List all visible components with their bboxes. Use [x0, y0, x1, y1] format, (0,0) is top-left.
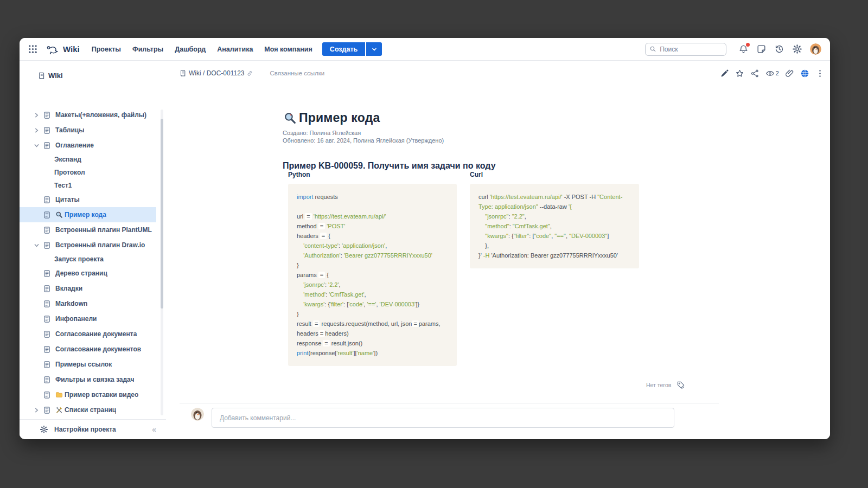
dinosaur-logo-icon	[45, 43, 60, 56]
link-icon[interactable]	[246, 70, 253, 77]
code-blocks: Pythonimport requests url = 'https://tes…	[288, 171, 639, 366]
document-icon	[43, 269, 51, 278]
sidebar-scrollbar[interactable]	[161, 110, 163, 415]
edit-pencil-icon[interactable]	[720, 69, 729, 78]
create-button[interactable]: Создать	[322, 42, 365, 56]
code-block-label: Python	[288, 171, 457, 178]
code-line: print(response['result']['name'])	[297, 348, 448, 358]
project-settings-gear-icon[interactable]	[40, 425, 48, 434]
comment-input-box[interactable]	[212, 408, 674, 428]
sidebar-item[interactable]: Протокол	[20, 166, 156, 179]
gear-icon[interactable]	[792, 44, 802, 54]
search-icon	[650, 46, 656, 53]
sidebar-item-label: Инфопанели	[55, 315, 97, 323]
app-grid-icon[interactable]	[28, 44, 37, 54]
sidebar-header: Wiki	[20, 61, 166, 80]
sidebar-item[interactable]: Таблицы	[20, 123, 156, 138]
sidebar-item[interactable]: Встроенный плагин Draw.io	[20, 237, 156, 253]
tag-icon[interactable]	[676, 381, 685, 389]
chevron-right-icon[interactable]	[34, 127, 43, 133]
document-icon	[43, 300, 51, 308]
favorite-star-icon[interactable]	[735, 69, 744, 78]
notifications-bell-icon[interactable]	[738, 44, 749, 54]
breadcrumb[interactable]: Wiki / DOC-001123	[179, 69, 253, 77]
sidebar-item[interactable]: Дерево страниц	[20, 266, 156, 281]
sidebar-item[interactable]: Запуск проекта	[20, 253, 156, 266]
nav-item[interactable]: Моя компания	[264, 46, 312, 53]
code-line: result = requests.request(method, url, j…	[297, 319, 448, 329]
create-dropdown-button[interactable]	[366, 42, 382, 56]
magnifier-icon	[55, 211, 63, 219]
sidebar-item[interactable]: Оглавление	[20, 138, 156, 153]
document-icon	[43, 126, 51, 134]
sidebar-item[interactable]: Цитаты	[20, 192, 156, 207]
notes-icon[interactable]	[756, 44, 767, 54]
user-avatar[interactable]	[810, 43, 821, 55]
kebab-menu-icon[interactable]	[815, 69, 825, 78]
chevron-down-icon[interactable]	[34, 143, 43, 148]
code-box: curl 'https://test.evateam.ru/api/' -X P…	[470, 184, 639, 268]
sidebar-item[interactable]: Списки страниц	[20, 402, 156, 418]
share-icon[interactable]	[750, 69, 760, 78]
app-title[interactable]: Wiki	[63, 44, 80, 54]
collapse-sidebar-icon[interactable]: «	[152, 425, 156, 434]
updated-meta: Обновлено: 16 авг. 2024, Полина Яглейска…	[283, 137, 444, 144]
sidebar-item[interactable]: Markdown	[20, 296, 156, 311]
sidebar-item[interactable]: Встроенный плагин PlantUML	[20, 222, 156, 237]
sidebar-item[interactable]: Фильтры и связка задач	[20, 372, 156, 387]
notification-badge	[746, 43, 750, 47]
document-icon	[43, 226, 51, 234]
history-icon[interactable]	[774, 44, 784, 54]
project-settings-label[interactable]: Настройки проекта	[54, 426, 116, 433]
breadcrumb-text: Wiki / DOC-001123	[189, 69, 244, 77]
app-window: Wiki ПроектыФильтрыДашбордАналитикаМоя к…	[20, 38, 830, 439]
sidebar-item[interactable]: Инклюд	[20, 418, 156, 419]
content-divider	[180, 403, 719, 403]
sidebar-item-label: Пример кода	[65, 211, 106, 219]
comment-input[interactable]	[220, 414, 666, 422]
views-count: 2	[776, 70, 779, 76]
nav-item[interactable]: Дашборд	[175, 46, 206, 53]
chevron-right-icon[interactable]	[34, 407, 43, 413]
sidebar-item[interactable]: Согласование документов	[20, 342, 156, 357]
sidebar-item[interactable]: Примеры ссылок	[20, 357, 156, 372]
views-counter[interactable]: 2	[765, 69, 779, 78]
nav-item[interactable]: Проекты	[92, 46, 121, 53]
code-box: import requests url = 'https://test.evat…	[288, 184, 457, 366]
nav-item[interactable]: Фильтры	[132, 46, 163, 53]
code-line: response = result.json()	[297, 338, 448, 348]
book-icon	[179, 69, 187, 77]
no-tags-label: Нет тегов	[646, 382, 671, 388]
nav-item[interactable]: Аналитика	[217, 46, 253, 53]
sidebar-item[interactable]: Инфопанели	[20, 311, 156, 326]
document-icon	[43, 196, 51, 204]
sidebar-item[interactable]: Пример вставки видео	[20, 387, 156, 402]
chevron-down-icon	[372, 47, 377, 52]
related-links-tab[interactable]: Связанные ссылки	[270, 70, 324, 76]
sidebar-item-label: Запуск проекта	[54, 255, 104, 263]
document-icon	[43, 391, 51, 399]
chevron-down-icon[interactable]	[34, 242, 43, 248]
search-box[interactable]	[645, 43, 726, 56]
sidebar-item[interactable]: Тест1	[20, 179, 156, 192]
scrollbar-thumb[interactable]	[161, 119, 163, 309]
sidebar-item[interactable]: Пример кода	[20, 207, 156, 222]
document-icon	[43, 285, 51, 293]
folder-icon	[55, 391, 63, 399]
code-block: Pythonimport requests url = 'https://tes…	[288, 171, 457, 366]
sidebar-item[interactable]: Макеты(+вложения, файлы)	[20, 107, 156, 123]
chevron-right-icon[interactable]	[34, 112, 43, 118]
document-icon	[43, 345, 51, 354]
globe-icon[interactable]	[800, 69, 809, 78]
sidebar-item[interactable]: Согласование документа	[20, 326, 156, 342]
sidebar-item[interactable]: Экспанд	[20, 153, 156, 166]
document-icon	[43, 142, 51, 150]
attachment-paperclip-icon[interactable]	[785, 69, 794, 78]
section-heading: Пример KB-000059. Получить имя задачи по…	[283, 161, 496, 171]
page-tree: Макеты(+вложения, файлы)ТаблицыОглавлени…	[20, 107, 159, 419]
sidebar: Wiki Макеты(+вложения, файлы)ТаблицыОгла…	[20, 61, 166, 439]
document-icon	[43, 241, 51, 249]
document-icon	[43, 406, 51, 414]
sidebar-item[interactable]: Вкладки	[20, 281, 156, 296]
search-input[interactable]	[660, 46, 722, 53]
